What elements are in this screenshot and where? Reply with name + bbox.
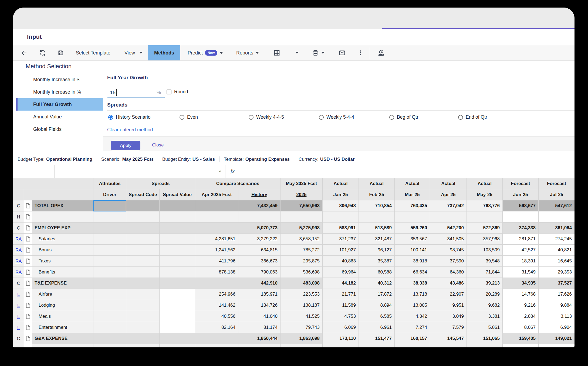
grid-cell[interactable]	[195, 211, 238, 223]
grid-cell[interactable]: 151,477	[359, 333, 395, 344]
grid-cell[interactable]: 14,768	[503, 289, 539, 300]
grid-cell[interactable]: 8,067	[503, 322, 539, 333]
spread-option-weekly-4-4-5[interactable]: Weekly 4-4-5	[249, 114, 284, 120]
grid-cell[interactable]	[238, 344, 281, 348]
member-selector[interactable]	[55, 165, 225, 178]
grid-cell[interactable]: 7,432,459	[238, 200, 281, 211]
grid-cell[interactable]: 13,005	[395, 300, 430, 311]
print-dropdown[interactable]	[312, 50, 325, 56]
grid-cell[interactable]: 71,844	[467, 267, 503, 278]
row-document-cell[interactable]	[24, 211, 32, 223]
grid-cell[interactable]: 151,065	[467, 333, 503, 344]
grid-cell[interactable]: 768,776	[467, 200, 503, 211]
grid-cell[interactable]: 321,487	[359, 234, 395, 245]
grid-cell[interactable]	[160, 223, 195, 234]
grid-cell[interactable]: 737,042	[430, 200, 467, 211]
grid-cell[interactable]: 2,884	[503, 311, 539, 322]
grid-cell[interactable]	[160, 322, 195, 333]
grid-cell[interactable]: 6,961	[359, 322, 395, 333]
spread-option-history-scenario[interactable]: History Scenario	[108, 114, 150, 120]
grid-cell[interactable]	[359, 211, 395, 223]
grid-cell[interactable]	[160, 245, 195, 256]
method-item-full-year-growth[interactable]: Full Year Growth	[16, 98, 103, 111]
grid-cell[interactable]: 39,548	[467, 256, 503, 267]
grid-cell[interactable]: 66,634	[395, 267, 430, 278]
grid-cell[interactable]: 79,743	[281, 322, 323, 333]
row-document-cell[interactable]	[24, 223, 32, 234]
grid-cell[interactable]: 547,612	[539, 200, 575, 211]
grid-cell[interactable]: 3,279,222	[238, 234, 281, 245]
grid-cell[interactable]: 98,745	[430, 245, 467, 256]
grid-cell[interactable]: 41,525	[281, 311, 323, 322]
grid-cell[interactable]: 41,040	[238, 311, 281, 322]
grid-cell[interactable]: 634,815	[238, 245, 281, 256]
grid-cell[interactable]	[93, 322, 126, 333]
grid-cell[interactable]: 3,658,152	[281, 234, 323, 245]
grid-cell[interactable]: 44,182	[323, 278, 359, 289]
grid-cell[interactable]: 536,698	[281, 267, 323, 278]
grid-cell[interactable]: 513,589	[359, 223, 395, 234]
grid-cell[interactable]: 11,589	[323, 300, 359, 311]
grid-cell[interactable]: 371,237	[323, 234, 359, 245]
grid-cell[interactable]: 34,935	[503, 278, 539, 289]
row-marker-link[interactable]: L	[17, 303, 20, 308]
grid-cell[interactable]: 17,872	[359, 289, 395, 300]
spread-option-even[interactable]: Even	[180, 114, 198, 120]
reports-dropdown[interactable]: Reports	[236, 50, 259, 56]
column-header[interactable]: 2025	[281, 189, 323, 200]
grid-cell[interactable]	[126, 200, 160, 211]
grid-cell[interactable]	[93, 311, 126, 322]
grid-cell[interactable]	[467, 344, 503, 348]
grid-cell[interactable]: 31,549	[503, 267, 539, 278]
grid-cell[interactable]: 185,971	[238, 289, 281, 300]
grid-cell[interactable]	[160, 267, 195, 278]
grid-cell[interactable]: 353,567	[395, 234, 430, 245]
grid-cell[interactable]: 43,486	[430, 278, 467, 289]
grid-cell[interactable]: 9,884	[539, 300, 575, 311]
row-marker-link[interactable]: RA	[15, 259, 22, 264]
grid-cell[interactable]	[126, 234, 160, 245]
grid-cell[interactable]: 3,113	[539, 311, 575, 322]
grid-cell[interactable]: 442,910	[238, 278, 281, 289]
grid-cell[interactable]	[430, 344, 467, 348]
grid-cell[interactable]: 3,049	[430, 311, 467, 322]
grid-cell[interactable]: 281,871	[503, 234, 539, 245]
grid-cell[interactable]	[93, 278, 126, 289]
grid-cell[interactable]: 18,391	[503, 256, 539, 267]
grid-cell[interactable]: 411,796	[195, 256, 238, 267]
grid-cell[interactable]	[395, 344, 430, 348]
grid-cell[interactable]: 37,590	[430, 256, 467, 267]
grid-cell[interactable]: 103,509	[467, 245, 503, 256]
grid-cell[interactable]	[503, 211, 539, 223]
grid-cell[interactable]	[93, 333, 126, 344]
method-item-monthly-increase-in-[interactable]: Monthly Increase in $	[16, 73, 103, 86]
row-marker-link[interactable]: RA	[15, 270, 22, 275]
grid-cell[interactable]: 374,338	[503, 223, 539, 234]
grid-cell[interactable]: 8,894	[359, 300, 395, 311]
grid-cell[interactable]: 790,063	[238, 267, 281, 278]
grid-cell[interactable]: 38,338	[395, 278, 430, 289]
grid-cell[interactable]: 5,070,773	[238, 223, 281, 234]
grid-cell[interactable]: 4,342	[395, 311, 430, 322]
column-header[interactable]: Jan-25	[323, 189, 359, 200]
column-header[interactable]: Apr 2025 Fcst	[195, 189, 238, 200]
grid-cell[interactable]: 7,650,963	[281, 200, 323, 211]
grid-cell[interactable]: 572,869	[467, 223, 503, 234]
select-template-button[interactable]: Select Template	[76, 50, 110, 56]
grid-cell[interactable]	[195, 278, 238, 289]
grid-cell[interactable]	[93, 223, 126, 234]
column-header[interactable]: Apr-25	[430, 189, 467, 200]
grid-cell[interactable]: 22,907	[430, 289, 467, 300]
grid-cell[interactable]: 4,281,651	[195, 234, 238, 245]
growth-value-input[interactable]: 15 %	[107, 88, 165, 98]
column-header[interactable]: May-25	[467, 189, 503, 200]
grid-cell[interactable]	[160, 256, 195, 267]
grid-cell[interactable]: 40,556	[195, 311, 238, 322]
grid-cell[interactable]	[93, 344, 126, 348]
grid-cell[interactable]	[430, 211, 467, 223]
grid-cell[interactable]: 763,435	[395, 200, 430, 211]
grid-cell[interactable]	[238, 211, 281, 223]
grid-cell[interactable]: 583,991	[323, 223, 359, 234]
grid-cell[interactable]: 6,069	[323, 322, 359, 333]
grid-cell[interactable]: 37,527	[539, 278, 575, 289]
